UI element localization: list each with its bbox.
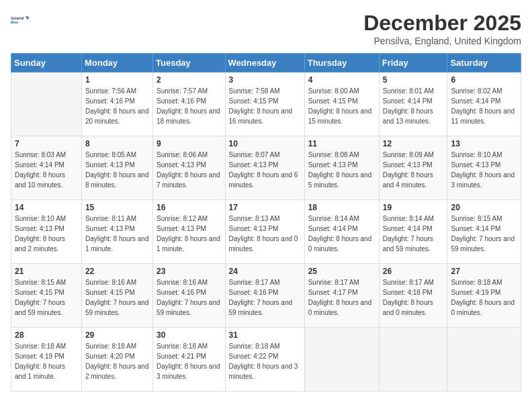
daylight-text: Daylight: 7 hours and 59 minutes. (157, 299, 220, 316)
sunset-text: Sunset: 4:15 PM (308, 97, 358, 105)
day-number: 11 (308, 139, 375, 148)
day-number: 24 (229, 267, 301, 276)
day-info: Sunrise: 8:12 AM Sunset: 4:13 PM Dayligh… (157, 214, 221, 254)
calendar-cell: 11 Sunrise: 8:08 AM Sunset: 4:13 PM Dayl… (304, 136, 379, 200)
day-info: Sunrise: 7:57 AM Sunset: 4:16 PM Dayligh… (157, 86, 221, 126)
weekday-header-sunday: Sunday (11, 54, 82, 73)
day-info: Sunrise: 8:17 AM Sunset: 4:17 PM Dayligh… (308, 277, 375, 318)
sunset-text: Sunset: 4:22 PM (229, 353, 279, 360)
sunrise-text: Sunrise: 8:00 AM (308, 87, 359, 95)
daylight-text: Daylight: 7 hours and 59 minutes. (85, 299, 149, 316)
sunrise-text: Sunrise: 8:05 AM (85, 151, 136, 158)
day-info: Sunrise: 8:18 AM Sunset: 4:19 PM Dayligh… (451, 277, 517, 318)
daylight-text: Daylight: 8 hours and 3 minutes. (229, 363, 298, 380)
calendar-cell: 3 Sunrise: 7:58 AM Sunset: 4:15 PM Dayli… (225, 73, 304, 136)
daylight-text: Daylight: 8 hours and 0 minutes. (308, 235, 372, 253)
daylight-text: Daylight: 8 hours and 3 minutes. (157, 363, 220, 380)
calendar-cell: 31 Sunrise: 8:18 AM Sunset: 4:22 PM Dayl… (225, 328, 304, 392)
sunrise-text: Sunrise: 7:56 AM (85, 87, 136, 95)
calendar-cell: 7 Sunrise: 8:03 AM Sunset: 4:14 PM Dayli… (11, 136, 82, 200)
calendar-cell: 4 Sunrise: 8:00 AM Sunset: 4:15 PM Dayli… (304, 73, 379, 136)
sunrise-text: Sunrise: 8:03 AM (15, 151, 66, 158)
daylight-text: Daylight: 8 hours and 3 minutes. (451, 171, 515, 189)
sunset-text: Sunset: 4:15 PM (85, 289, 135, 296)
daylight-text: Daylight: 8 hours and 15 minutes. (308, 107, 372, 125)
daylight-text: Daylight: 8 hours and 20 minutes. (85, 107, 149, 125)
weekday-header-tuesday: Tuesday (153, 54, 225, 73)
day-info: Sunrise: 8:17 AM Sunset: 4:18 PM Dayligh… (383, 277, 444, 318)
calendar-cell: 20 Sunrise: 8:15 AM Sunset: 4:14 PM Dayl… (447, 200, 521, 264)
sunset-text: Sunset: 4:13 PM (229, 225, 279, 232)
day-number: 25 (308, 267, 375, 276)
sunrise-text: Sunrise: 8:18 AM (85, 342, 136, 350)
svg-marker-2 (26, 16, 29, 20)
sunset-text: Sunset: 4:14 PM (383, 97, 433, 105)
sunset-text: Sunset: 4:16 PM (157, 97, 206, 105)
day-number: 2 (157, 75, 221, 85)
calendar-cell: 18 Sunrise: 8:14 AM Sunset: 4:14 PM Dayl… (304, 200, 379, 264)
day-info: Sunrise: 8:18 AM Sunset: 4:21 PM Dayligh… (157, 341, 221, 381)
sunset-text: Sunset: 4:19 PM (15, 353, 64, 360)
location-subtitle: Pensilva, England, United Kingdom (363, 36, 521, 46)
sunset-text: Sunset: 4:16 PM (229, 289, 279, 296)
daylight-text: Daylight: 8 hours and 16 minutes. (229, 107, 293, 125)
calendar-week-row: 7 Sunrise: 8:03 AM Sunset: 4:14 PM Dayli… (11, 136, 521, 200)
sunset-text: Sunset: 4:13 PM (383, 161, 433, 169)
day-info: Sunrise: 8:00 AM Sunset: 4:15 PM Dayligh… (308, 86, 375, 126)
day-number: 14 (15, 203, 78, 212)
daylight-text: Daylight: 8 hours and 1 minute. (157, 235, 220, 253)
daylight-text: Daylight: 8 hours and 10 minutes. (15, 171, 65, 189)
calendar-cell: 23 Sunrise: 8:16 AM Sunset: 4:16 PM Dayl… (153, 264, 225, 328)
sunset-text: Sunset: 4:13 PM (451, 161, 500, 169)
calendar-week-row: 28 Sunrise: 8:18 AM Sunset: 4:19 PM Dayl… (11, 328, 521, 392)
daylight-text: Daylight: 8 hours and 18 minutes. (157, 107, 220, 125)
day-number: 15 (85, 203, 149, 212)
sunset-text: Sunset: 4:16 PM (157, 289, 206, 296)
day-number: 19 (383, 203, 444, 212)
day-info: Sunrise: 8:11 AM Sunset: 4:13 PM Dayligh… (85, 214, 149, 254)
sunset-text: Sunset: 4:15 PM (15, 289, 64, 296)
day-number: 8 (85, 139, 149, 148)
daylight-text: Daylight: 8 hours and 0 minutes. (451, 299, 515, 316)
calendar-cell: 29 Sunrise: 8:18 AM Sunset: 4:20 PM Dayl… (81, 328, 152, 392)
sunrise-text: Sunrise: 8:07 AM (229, 151, 280, 158)
sunrise-text: Sunrise: 8:08 AM (308, 151, 359, 158)
svg-text:Blue: Blue (11, 20, 18, 24)
daylight-text: Daylight: 7 hours and 59 minutes. (15, 299, 65, 316)
calendar-cell: 13 Sunrise: 8:10 AM Sunset: 4:13 PM Dayl… (447, 136, 521, 200)
sunrise-text: Sunrise: 8:15 AM (15, 279, 66, 286)
day-number: 1 (85, 75, 149, 85)
sunrise-text: Sunrise: 8:18 AM (157, 342, 208, 350)
day-number: 23 (157, 267, 221, 276)
day-info: Sunrise: 8:09 AM Sunset: 4:13 PM Dayligh… (383, 150, 444, 190)
calendar-cell: 21 Sunrise: 8:15 AM Sunset: 4:15 PM Dayl… (11, 264, 82, 328)
day-number: 28 (15, 330, 78, 340)
day-number: 26 (383, 267, 444, 276)
day-info: Sunrise: 8:16 AM Sunset: 4:15 PM Dayligh… (85, 277, 149, 318)
calendar-cell: 1 Sunrise: 7:56 AM Sunset: 4:16 PM Dayli… (81, 73, 152, 136)
day-info: Sunrise: 8:14 AM Sunset: 4:14 PM Dayligh… (383, 214, 444, 254)
calendar-cell: 28 Sunrise: 8:18 AM Sunset: 4:19 PM Dayl… (11, 328, 82, 392)
day-number: 3 (229, 75, 301, 85)
day-number: 17 (229, 203, 301, 212)
svg-text:General: General (11, 16, 24, 20)
daylight-text: Daylight: 8 hours and 2 minutes. (85, 363, 149, 380)
sunset-text: Sunset: 4:13 PM (85, 161, 135, 169)
day-info: Sunrise: 8:10 AM Sunset: 4:13 PM Dayligh… (451, 150, 517, 190)
sunrise-text: Sunrise: 8:17 AM (383, 279, 434, 286)
daylight-text: Daylight: 8 hours and 0 minutes. (383, 299, 433, 316)
sunset-text: Sunset: 4:13 PM (85, 225, 135, 232)
day-number: 6 (451, 75, 517, 85)
calendar-cell: 16 Sunrise: 8:12 AM Sunset: 4:13 PM Dayl… (153, 200, 225, 264)
sunrise-text: Sunrise: 8:18 AM (15, 342, 66, 350)
sunset-text: Sunset: 4:17 PM (308, 289, 358, 296)
sunset-text: Sunset: 4:13 PM (229, 161, 279, 169)
day-info: Sunrise: 8:18 AM Sunset: 4:22 PM Dayligh… (229, 341, 301, 381)
day-info: Sunrise: 7:58 AM Sunset: 4:15 PM Dayligh… (229, 86, 301, 126)
sunrise-text: Sunrise: 8:17 AM (308, 279, 359, 286)
month-year-title: December 2025 (363, 11, 521, 36)
day-info: Sunrise: 8:01 AM Sunset: 4:14 PM Dayligh… (383, 86, 444, 126)
day-number: 10 (229, 139, 301, 148)
day-number: 21 (15, 267, 78, 276)
daylight-text: Daylight: 8 hours and 5 minutes. (308, 171, 372, 189)
